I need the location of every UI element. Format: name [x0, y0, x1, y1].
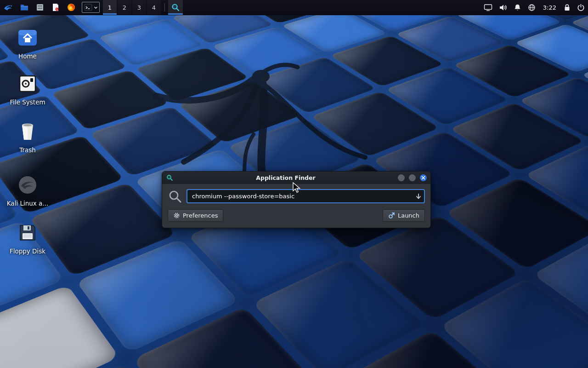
power-tray-button[interactable] [574, 0, 588, 15]
desktop-icon-label: File System [10, 98, 45, 106]
command-input[interactable] [187, 189, 425, 203]
desktop-icon-label: Trash [19, 146, 36, 154]
dropdown-arrow-icon[interactable] [415, 193, 422, 200]
workspace-3[interactable]: 3 [132, 0, 146, 15]
gear-icon [173, 212, 180, 219]
desktop-icon-trash[interactable]: Trash [6, 121, 50, 154]
trash-icon [18, 121, 37, 142]
minimize-button[interactable] [398, 174, 405, 181]
folder-icon [20, 3, 29, 12]
kali-logo-icon [3, 2, 13, 13]
volume-icon [499, 4, 507, 12]
top-panel: 1 2 3 4 [0, 0, 588, 15]
preferences-label: Preferences [183, 212, 218, 219]
workspace-1-label: 1 [108, 4, 112, 11]
mouse-cursor [292, 182, 301, 193]
desktop-icon-floppy-disk[interactable]: Floppy Disk [6, 222, 50, 255]
desktop-icon-label: Kali Linux a... [7, 200, 49, 207]
firefox-icon [67, 3, 76, 12]
lock-icon [564, 4, 571, 12]
archive-manager-launcher[interactable] [32, 0, 48, 15]
network-globe-icon [528, 4, 536, 12]
clock-text: 3:22 [543, 4, 556, 11]
magnifier-icon [171, 3, 180, 12]
workspace-4-label: 4 [152, 4, 156, 11]
kali-menu-button[interactable] [0, 0, 17, 15]
close-button[interactable] [420, 174, 427, 181]
launch-button[interactable]: Launch [383, 209, 425, 222]
close-icon [421, 176, 425, 180]
network-tray-button[interactable] [525, 0, 539, 15]
home-icon [17, 28, 38, 47]
floppy-icon [18, 223, 37, 242]
power-icon [577, 4, 585, 12]
desktop-icon-file-system[interactable]: File System [6, 73, 50, 106]
terminal-launcher[interactable] [82, 2, 100, 13]
panel-separator [164, 3, 165, 12]
workspace-3-label: 3 [137, 4, 141, 11]
workspace-1[interactable]: 1 [103, 0, 117, 15]
launch-label: Launch [398, 212, 419, 219]
desktop-icon-home[interactable]: Home [6, 27, 50, 60]
document-edit-icon [51, 3, 60, 12]
taskbar-application-finder[interactable] [168, 0, 183, 15]
clock[interactable]: 3:22 [539, 0, 560, 15]
filesystem-icon [18, 74, 37, 93]
desktop-icon-kali-docs[interactable]: Kali Linux a... [6, 174, 50, 207]
lock-tray-button[interactable] [560, 0, 574, 15]
search-icon [168, 190, 182, 203]
application-finder-window: Application Finder [162, 171, 431, 228]
preferences-button[interactable]: Preferences [168, 209, 223, 222]
display-icon [484, 4, 492, 12]
desktop-icon-label: Home [18, 52, 37, 60]
workspace-2[interactable]: 2 [118, 0, 131, 15]
workspace-4[interactable]: 4 [147, 0, 161, 15]
drawer-icon [35, 3, 45, 12]
desktop-icon-label: Floppy Disk [10, 247, 45, 255]
screen: 1 2 3 4 [0, 0, 588, 368]
kali-docs-icon [17, 175, 38, 195]
notifications-tray-button[interactable] [510, 0, 525, 15]
display-tray-button[interactable] [481, 0, 496, 15]
text-editor-launcher[interactable] [48, 0, 63, 15]
file-manager-launcher[interactable] [17, 0, 32, 15]
firefox-launcher[interactable] [63, 0, 79, 15]
bell-icon [514, 4, 521, 12]
maximize-button[interactable] [409, 174, 416, 181]
window-title: Application Finder [174, 174, 398, 181]
launch-icon [388, 212, 395, 219]
chevron-down-icon [94, 6, 98, 10]
panel-spacer [183, 0, 481, 15]
system-tray: 3:22 [481, 0, 588, 15]
volume-tray-button[interactable] [496, 0, 510, 15]
terminal-icon [84, 3, 93, 12]
window-app-icon [166, 174, 173, 181]
workspace-2-label: 2 [123, 4, 126, 11]
